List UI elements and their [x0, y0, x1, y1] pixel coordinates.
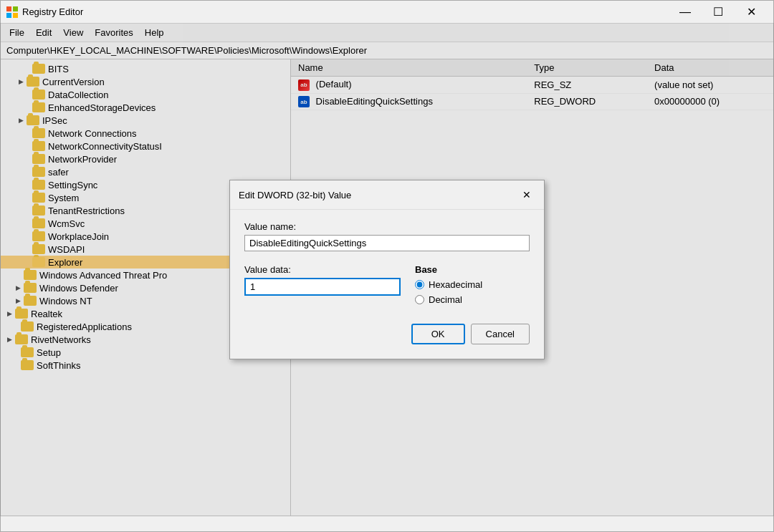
- tree-label-tenantrestrictions: TenantRestrictions: [48, 205, 125, 216]
- radio-hexadecimal-label: Hexadecimal: [429, 279, 482, 290]
- folder-icon-windowsnt: [24, 296, 37, 306]
- table-row[interactable]: ab DisableEditingQuickSettings REG_DWORD…: [291, 93, 773, 110]
- expand-registeredapplications: [9, 321, 21, 332]
- window-title: Registry Editor: [22, 6, 669, 17]
- tree-item-networkconnectivity[interactable]: NetworkConnectivityStatusI: [1, 140, 290, 153]
- tree-label-windowsnt: Windows NT: [39, 296, 92, 306]
- tree-item-bits[interactable]: BITS: [1, 62, 290, 75]
- row-type-disable: REG_DWORD: [527, 93, 647, 110]
- menu-edit[interactable]: Edit: [30, 25, 57, 40]
- expand-system: [21, 192, 32, 203]
- folder-icon-workplacejoin: [32, 231, 45, 241]
- tree-item-currentversion[interactable]: ▶ CurrentVersion: [1, 75, 290, 88]
- row-name-default: ab (Default): [291, 77, 527, 94]
- address-path: Computer\HKEY_LOCAL_MACHINE\SOFTWARE\Pol…: [6, 45, 367, 56]
- tree-label-ipsec: IPSec: [42, 115, 67, 126]
- folder-icon-windowsadvanced: [24, 270, 37, 280]
- reg-dword-icon: ab: [298, 96, 310, 107]
- radio-hexadecimal-input[interactable]: [415, 280, 424, 289]
- registry-table: Name Type Data ab (Default) REG_SZ (valu…: [291, 59, 773, 110]
- address-bar: Computer\HKEY_LOCAL_MACHINE\SOFTWARE\Pol…: [1, 42, 773, 59]
- folder-icon-safer: [32, 167, 45, 177]
- value-name-input[interactable]: [244, 235, 530, 251]
- row-data-default: (value not set): [647, 77, 773, 94]
- radio-decimal[interactable]: Decimal: [415, 294, 530, 305]
- tree-label-enhancedstoragedevices: EnhancedStorageDevices: [48, 102, 156, 113]
- tree-item-ipsec[interactable]: ▶ IPSec: [1, 114, 290, 127]
- expand-safer: [21, 166, 32, 178]
- dialog-row: Value data: Base Hexadecimal Decimal: [244, 264, 530, 309]
- menu-view[interactable]: View: [57, 25, 89, 40]
- expand-networkprovider: [21, 153, 32, 165]
- folder-icon-windowsdefender: [24, 283, 37, 293]
- reg-ab-icon: ab: [298, 79, 310, 91]
- tree-label-registeredapplications: RegisteredApplications: [37, 321, 132, 332]
- menu-file[interactable]: File: [4, 25, 30, 40]
- expand-softthinks: [9, 359, 21, 371]
- tree-label-windowsdefender: Windows Defender: [39, 283, 118, 294]
- folder-icon-tenantrestrictions: [32, 205, 45, 216]
- tree-label-softthinks: SoftThinks: [37, 360, 80, 371]
- folder-icon-bits: [32, 64, 45, 74]
- value-data-label: Value data:: [244, 264, 401, 275]
- svg-rect-2: [6, 13, 11, 18]
- row-type-default: REG_SZ: [527, 77, 647, 94]
- minimize-button[interactable]: —: [669, 1, 702, 24]
- folder-icon-networkconnectivity: [32, 141, 45, 151]
- folder-icon-rivetnetworks: [15, 334, 28, 344]
- col-type: Type: [527, 59, 647, 77]
- expand-settingsync: [21, 179, 32, 190]
- tree-item-networkprovider[interactable]: NetworkProvider: [1, 153, 290, 165]
- tree-label-realtek: Realtek: [31, 309, 62, 319]
- dialog-title-bar: Edit DWORD (32-bit) Value ✕: [230, 180, 544, 210]
- folder-icon-networkconnections: [32, 128, 45, 138]
- menu-favorites[interactable]: Favorites: [89, 25, 138, 40]
- table-row[interactable]: ab (Default) REG_SZ (value not set): [291, 77, 773, 94]
- expand-windowsnt: ▶: [12, 295, 24, 306]
- menu-bar: File Edit View Favorites Help: [1, 24, 773, 42]
- col-data: Data: [647, 59, 773, 77]
- tree-item-safer[interactable]: safer: [1, 165, 290, 178]
- folder-icon-networkprovider: [32, 154, 45, 164]
- folder-icon-setup: [21, 347, 34, 357]
- svg-rect-3: [13, 13, 18, 18]
- radio-decimal-input[interactable]: [415, 295, 424, 304]
- expand-datacollection: [21, 89, 32, 100]
- value-name-label: Value name:: [244, 221, 530, 232]
- maximize-button[interactable]: ☐: [702, 1, 735, 24]
- status-bar: [1, 516, 773, 531]
- ok-button[interactable]: OK: [411, 324, 465, 344]
- expand-explorer: [21, 256, 32, 268]
- data-section: Value data:: [244, 264, 401, 309]
- tree-label-datacollection: DataCollection: [48, 90, 109, 100]
- tree-label-workplacejoin: WorkplaceJoin: [48, 231, 109, 242]
- app-icon: [6, 6, 18, 18]
- tree-item-datacollection[interactable]: DataCollection: [1, 88, 290, 101]
- row-name-disable: ab DisableEditingQuickSettings: [291, 93, 527, 110]
- value-data-input[interactable]: [244, 278, 401, 296]
- tree-label-networkconnections: Network Connections: [48, 128, 137, 139]
- svg-rect-0: [6, 6, 11, 11]
- expand-currentversion: ▶: [15, 76, 27, 87]
- folder-icon-explorer: [32, 257, 45, 267]
- expand-enhancedstoragedevices: [21, 102, 32, 113]
- tree-item-enhancedstoragedevices[interactable]: EnhancedStorageDevices: [1, 101, 290, 114]
- cancel-button[interactable]: Cancel: [471, 324, 530, 344]
- tree-item-networkconnections[interactable]: Network Connections: [1, 127, 290, 140]
- expand-networkconnections: [21, 127, 32, 139]
- dialog-buttons: OK Cancel: [244, 324, 530, 344]
- svg-rect-1: [13, 6, 18, 11]
- folder-icon-registeredapplications: [21, 321, 34, 332]
- edit-dword-dialog: Edit DWORD (32-bit) Value ✕ Value name: …: [229, 180, 545, 359]
- tree-item-softthinks[interactable]: SoftThinks: [1, 359, 290, 372]
- tree-label-windowsadvanced: Windows Advanced Threat Pro: [39, 270, 167, 281]
- expand-setup: [9, 347, 21, 358]
- close-button[interactable]: ✕: [735, 1, 768, 24]
- base-label: Base: [415, 264, 530, 275]
- dialog-title: Edit DWORD (32-bit) Value: [239, 190, 351, 200]
- dialog-close-button[interactable]: ✕: [518, 186, 535, 203]
- menu-help[interactable]: Help: [139, 25, 170, 40]
- expand-workplacejoin: [21, 231, 32, 242]
- radio-hexadecimal[interactable]: Hexadecimal: [415, 279, 530, 290]
- folder-icon-datacollection: [32, 90, 45, 100]
